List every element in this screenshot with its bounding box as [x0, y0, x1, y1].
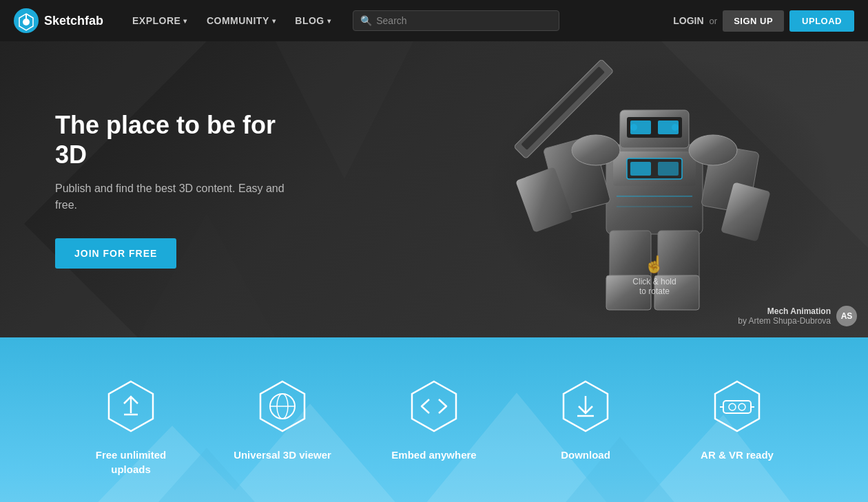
feature-viewer: Universal 3D viewer — [227, 379, 338, 462]
logo-text: Sketchfab — [44, 14, 103, 28]
logo[interactable]: Sketchfab — [14, 8, 103, 33]
upload-label: Free unlimited uploads — [76, 448, 186, 477]
robot-illustration — [455, 41, 868, 337]
navbar: Sketchfab EXPLORE ▾ COMMUNITY ▾ BLOG ▾ 🔍… — [0, 0, 868, 41]
svg-point-53 — [738, 404, 745, 410]
globe-icon — [255, 379, 310, 434]
community-chevron-icon: ▾ — [272, 17, 276, 25]
nav-links: EXPLORE ▾ COMMUNITY ▾ BLOG ▾ — [124, 10, 339, 32]
feature-arvr: AR & VR ready — [682, 379, 792, 462]
arvr-label: AR & VR ready — [701, 448, 774, 462]
svg-rect-51 — [723, 401, 751, 413]
viewer-label: Universal 3D viewer — [234, 448, 331, 462]
download-icon — [558, 379, 613, 434]
hero-subtitle: Publish and find the best 3D content. Ea… — [55, 180, 289, 213]
nav-right: LOGIN or SIGN UP UPLOAD — [673, 10, 854, 32]
features-section: Free unlimited uploads Universal 3D view… — [0, 337, 868, 502]
search-bar[interactable]: 🔍 — [353, 10, 559, 31]
svg-rect-24 — [606, 275, 651, 310]
hero-title: The place to be for 3D — [55, 110, 289, 169]
vr-icon — [710, 379, 765, 434]
svg-point-1 — [23, 19, 30, 25]
upload-icon — [103, 379, 158, 434]
explore-label: EXPLORE — [132, 15, 180, 26]
svg-point-52 — [729, 404, 736, 410]
hero-content: The place to be for 3D Publish and find … — [0, 69, 344, 310]
svg-point-28 — [689, 135, 737, 165]
upload-button[interactable]: UPLOAD — [789, 10, 854, 32]
svg-rect-12 — [658, 162, 679, 176]
community-label: COMMUNITY — [207, 15, 269, 26]
download-label: Download — [561, 448, 610, 462]
feature-download: Download — [530, 379, 641, 462]
or-text: or — [710, 16, 718, 26]
model-name: Mech Animation — [738, 306, 831, 316]
blog-nav[interactable]: BLOG ▾ — [287, 10, 339, 32]
search-input[interactable] — [376, 15, 552, 26]
login-link[interactable]: LOGIN — [673, 15, 703, 26]
explore-nav[interactable]: EXPLORE ▾ — [124, 10, 196, 32]
signup-button[interactable]: SIGN UP — [723, 10, 784, 32]
svg-point-30 — [672, 124, 679, 131]
author-avatar: AS — [836, 306, 857, 326]
model-author: by Artem Shupa-Dubrova — [738, 316, 831, 326]
blog-chevron-icon: ▾ — [327, 17, 331, 25]
model-credit: Mech Animation by Artem Shupa-Dubrova AS — [738, 306, 857, 326]
code-icon — [406, 379, 462, 434]
hero-3d-viewer[interactable]: ☝ Click & hold to rotate Mech Animation … — [441, 41, 868, 337]
embed-label: Embed anywhere — [391, 448, 476, 462]
blog-label: BLOG — [295, 15, 324, 26]
search-icon: 🔍 — [360, 15, 372, 26]
svg-rect-26 — [654, 275, 699, 310]
features-grid: Free unlimited uploads Universal 3D view… — [28, 379, 840, 477]
credit-text: Mech Animation by Artem Shupa-Dubrova — [738, 306, 831, 326]
logo-icon — [14, 8, 39, 33]
feature-uploads: Free unlimited uploads — [76, 379, 186, 477]
hero-section: The place to be for 3D Publish and find … — [0, 41, 868, 337]
svg-point-27 — [572, 135, 620, 165]
explore-chevron-icon: ▾ — [183, 17, 187, 25]
join-for-free-button[interactable]: JOIN FOR FREE — [55, 238, 176, 269]
community-nav[interactable]: COMMUNITY ▾ — [198, 10, 284, 32]
svg-marker-46 — [412, 381, 456, 431]
feature-embed: Embed anywhere — [379, 379, 489, 462]
svg-point-29 — [630, 124, 637, 131]
svg-rect-11 — [630, 162, 651, 176]
